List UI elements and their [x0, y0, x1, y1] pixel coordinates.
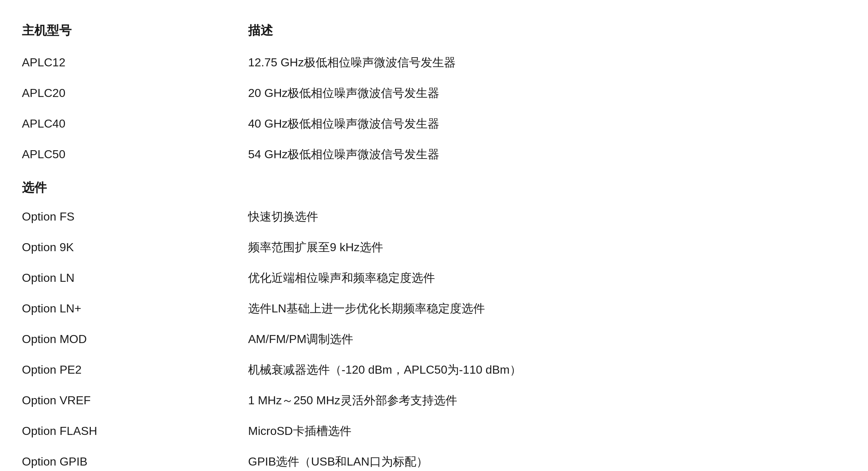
option-model-cell: Option VREF — [22, 385, 248, 416]
option-description-cell: 频率范围扩展至9 kHz选件 — [248, 232, 846, 262]
table-row: APLC2020 GHz极低相位噪声微波信号发生器 — [22, 78, 846, 108]
option-model-cell: Option 9K — [22, 232, 248, 262]
option-model-cell: Option FS — [22, 201, 248, 232]
description-cell: 40 GHz极低相位噪声微波信号发生器 — [248, 108, 846, 139]
option-model-cell: Option LN+ — [22, 293, 248, 324]
table-row: Option VREF1 MHz～250 MHz灵活外部参考支持选件 — [22, 385, 846, 416]
option-description-cell: 优化近端相位噪声和频率稳定度选件 — [248, 262, 846, 293]
option-model-cell: Option FLASH — [22, 416, 248, 446]
option-description-cell: MicroSD卡插槽选件 — [248, 416, 846, 446]
option-model-cell: Option PE2 — [22, 354, 248, 385]
header-model: 主机型号 — [22, 15, 248, 47]
option-description-cell: 1 MHz～250 MHz灵活外部参考支持选件 — [248, 385, 846, 416]
model-cell: APLC12 — [22, 47, 248, 78]
option-description-cell: 选件LN基础上进一步优化长期频率稳定度选件 — [248, 293, 846, 324]
table-row: APLC4040 GHz极低相位噪声微波信号发生器 — [22, 108, 846, 139]
table-row: Option FS快速切换选件 — [22, 201, 846, 232]
description-cell: 20 GHz极低相位噪声微波信号发生器 — [248, 78, 846, 108]
model-cell: APLC40 — [22, 108, 248, 139]
option-model-cell: Option MOD — [22, 324, 248, 354]
section-header-row: 选件 — [22, 170, 846, 201]
description-cell: 54 GHz极低相位噪声微波信号发生器 — [248, 139, 846, 170]
section-label: 选件 — [22, 170, 846, 201]
table-row: Option MODAM/FM/PM调制选件 — [22, 324, 846, 354]
table-row: APLC1212.75 GHz极低相位噪声微波信号发生器 — [22, 47, 846, 78]
table-row: Option GPIBGPIB选件（USB和LAN口为标配） — [22, 446, 846, 471]
option-description-cell: 快速切换选件 — [248, 201, 846, 232]
table-row: Option 9K频率范围扩展至9 kHz选件 — [22, 232, 846, 262]
model-cell: APLC20 — [22, 78, 248, 108]
table-row: Option FLASHMicroSD卡插槽选件 — [22, 416, 846, 446]
table-header-row: 主机型号 描述 — [22, 15, 846, 47]
table-row: Option LN+选件LN基础上进一步优化长期频率稳定度选件 — [22, 293, 846, 324]
header-description: 描述 — [248, 15, 846, 47]
table-row: APLC5054 GHz极低相位噪声微波信号发生器 — [22, 139, 846, 170]
table-row: Option PE2机械衰减器选件（-120 dBm，APLC50为-110 d… — [22, 354, 846, 385]
option-description-cell: 机械衰减器选件（-120 dBm，APLC50为-110 dBm） — [248, 354, 846, 385]
option-model-cell: Option GPIB — [22, 446, 248, 471]
description-cell: 12.75 GHz极低相位噪声微波信号发生器 — [248, 47, 846, 78]
table-row: Option LN优化近端相位噪声和频率稳定度选件 — [22, 262, 846, 293]
option-description-cell: GPIB选件（USB和LAN口为标配） — [248, 446, 846, 471]
option-model-cell: Option LN — [22, 262, 248, 293]
option-description-cell: AM/FM/PM调制选件 — [248, 324, 846, 354]
model-cell: APLC50 — [22, 139, 248, 170]
